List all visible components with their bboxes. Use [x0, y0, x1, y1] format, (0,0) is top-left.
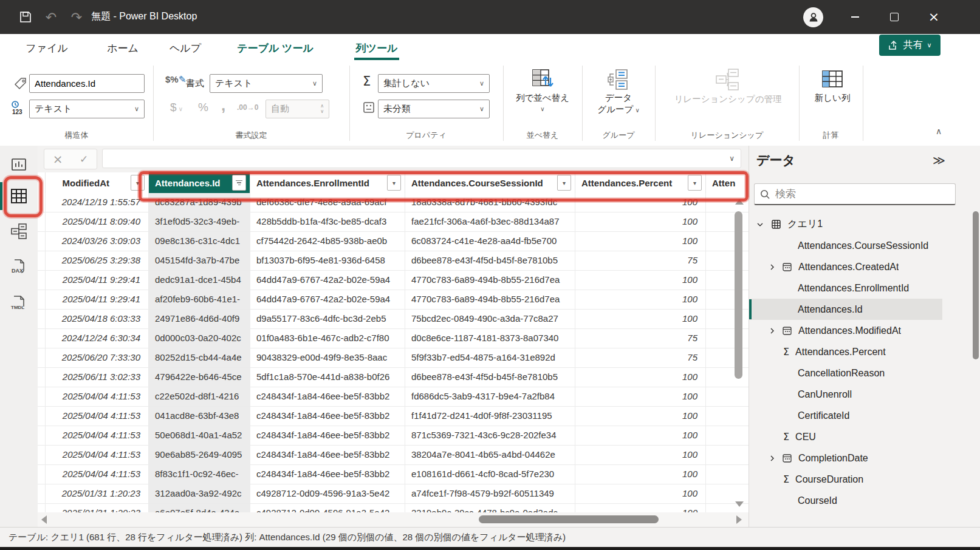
- table-cell[interactable]: c248434f-1a84-46ee-be5f-83bb2: [250, 446, 405, 464]
- table-cell[interactable]: 38204a7e-8041-4b65-a4bd-04462e: [405, 446, 575, 464]
- table-cell[interactable]: 2025/04/04 4:11:53: [46, 446, 149, 464]
- table-cell[interactable]: c248434f-1a84-46ee-be5f-83bb2: [250, 407, 405, 426]
- table-cell[interactable]: 100: [575, 290, 706, 309]
- field-item-ceu[interactable]: ΣCEU: [749, 426, 942, 447]
- table-cell[interactable]: 2024/03/26 3:09:03: [46, 232, 149, 251]
- table-cell[interactable]: 4770c783-6a89-494b-8b55-216d7ea: [405, 271, 575, 290]
- table-cell[interactable]: [38, 348, 46, 367]
- table-cell[interactable]: 80252d15-cb44-4a4e: [149, 348, 250, 367]
- field-tree-table-query1[interactable]: クエリ1: [749, 214, 973, 235]
- table-cell[interactable]: 01f0a483-6b1e-467c-adb2-c7f80: [250, 329, 405, 348]
- table-cell[interactable]: [38, 465, 46, 484]
- filter-dropdown-icon[interactable]: ▾: [688, 175, 702, 191]
- table-cell[interactable]: [38, 310, 46, 328]
- field-search-input[interactable]: 検索: [754, 183, 956, 205]
- undo-icon[interactable]: ↶: [43, 8, 60, 25]
- data-groups-button[interactable]: データ グループ ∨: [588, 67, 649, 115]
- vertical-scrollbar-thumb[interactable]: [735, 211, 742, 379]
- percent-icon[interactable]: %: [198, 101, 208, 114]
- tab-file[interactable]: ファイル: [24, 39, 69, 57]
- cancel-formula-icon[interactable]: ×: [53, 152, 63, 166]
- field-item-attendances-coursesessionid[interactable]: Attendances.CourseSessionId: [749, 235, 942, 256]
- scroll-right-arrow[interactable]: [736, 515, 742, 524]
- table-cell[interactable]: 24971e86-4d6d-40f9: [149, 310, 250, 328]
- column-header-attendances-enrollmentid[interactable]: Attendances.EnrollmentId▾: [250, 172, 405, 193]
- table-cell[interactable]: 75: [575, 329, 706, 348]
- field-item-courseduration[interactable]: ΣCourseDuration: [749, 469, 942, 490]
- table-cell[interactable]: c4928712-0d09-4596-91a3-5e42: [250, 484, 405, 503]
- tab-home[interactable]: ホーム: [100, 39, 145, 57]
- table-cell[interactable]: d9a55177-83c6-4dfc-bc3d-2eb5: [250, 310, 405, 328]
- tab-table-tools[interactable]: テーブル ツール: [228, 39, 323, 57]
- table-cell[interactable]: c248434f-1a84-46ee-be5f-83bb2: [250, 465, 405, 484]
- table-cell[interactable]: 100: [575, 446, 706, 464]
- new-column-button[interactable]: 新しい列: [805, 67, 860, 104]
- table-cell[interactable]: 2024/12/24 6:30:34: [46, 329, 149, 348]
- field-item-attendances-modifiedat[interactable]: Attendances.ModifiedAt: [749, 320, 942, 341]
- table-cell[interactable]: 4796422e-b646-45ce: [149, 368, 250, 387]
- table-cell[interactable]: 100: [575, 426, 706, 445]
- table-cell[interactable]: 100: [575, 465, 706, 484]
- table-cell[interactable]: 100: [575, 407, 706, 426]
- report-view-icon[interactable]: [9, 154, 29, 175]
- field-item-attendances-id[interactable]: Attendances.Id: [749, 299, 942, 320]
- table-cell[interactable]: 2025/06/11 3:02:33: [46, 368, 149, 387]
- chevron-expanded-icon[interactable]: [756, 221, 764, 228]
- table-cell[interactable]: 90438329-e00d-49f9-8e35-8aac: [250, 348, 405, 367]
- table-cell[interactable]: 2025/04/04 4:11:53: [46, 387, 149, 406]
- maximize-button[interactable]: [877, 0, 912, 34]
- table-cell[interactable]: f1f41d72-d241-4d0f-9f8f-23031195: [405, 407, 575, 426]
- table-cell[interactable]: [706, 387, 749, 406]
- table-cell[interactable]: [38, 446, 46, 464]
- table-cell[interactable]: 0d000c03-0a20-402c: [149, 329, 250, 348]
- table-cell[interactable]: 045154fd-3a7b-47be: [149, 251, 250, 270]
- table-cell[interactable]: 4770c783-6a89-494b-8b55-216d7ea: [405, 290, 575, 309]
- table-cell[interactable]: cf75442d-2642-4b85-938b-ae0b: [250, 232, 405, 251]
- field-item-cancellationreason[interactable]: CancellationReason: [749, 362, 942, 384]
- panel-scrollbar-thumb[interactable]: [973, 211, 979, 359]
- model-view-icon[interactable]: [9, 221, 29, 242]
- table-cell[interactable]: def6638c-dfe7-4e8e-a9aa-69acf: [250, 193, 405, 212]
- column-header-modifiedat[interactable]: ModifiedAt▾: [46, 172, 149, 193]
- table-cell[interactable]: [38, 212, 46, 231]
- field-item-attendances-createdat[interactable]: Attendances.CreatedAt: [749, 256, 942, 277]
- column-name-input[interactable]: [29, 74, 145, 93]
- field-item-certificateid[interactable]: CertificateId: [749, 405, 942, 426]
- save-icon[interactable]: [17, 8, 34, 25]
- table-cell[interactable]: 64dd47a9-6767-42a2-b02e-59a4: [250, 271, 405, 290]
- table-cell[interactable]: 2024/12/19 1:55:57: [46, 193, 149, 212]
- collapse-panel-icon[interactable]: ≫: [933, 153, 945, 168]
- table-cell[interactable]: 2025/01/31 1:20:23: [46, 484, 149, 503]
- table-cell[interactable]: 2025/04/04 4:11:53: [46, 407, 149, 426]
- scroll-up-arrow[interactable]: [735, 199, 744, 205]
- expand-formula-icon[interactable]: ∨: [729, 154, 735, 163]
- table-cell[interactable]: [38, 232, 46, 251]
- table-cell[interactable]: [38, 251, 46, 270]
- filter-dropdown-icon[interactable]: ▾: [131, 175, 145, 191]
- table-cell[interactable]: 428b5ddb-b1fa-4f3c-be85-dcaf3: [250, 212, 405, 231]
- data-category-select[interactable]: 未分類 ∨: [378, 100, 490, 118]
- table-cell[interactable]: dedc91a1-dce1-45b4: [149, 271, 250, 290]
- chevron-right-icon[interactable]: [769, 327, 776, 334]
- table-cell[interactable]: [38, 368, 46, 387]
- table-cell[interactable]: 100: [575, 212, 706, 231]
- dax-query-view-icon[interactable]: DAX: [9, 256, 29, 277]
- tab-help[interactable]: ヘルプ: [164, 39, 207, 57]
- table-cell[interactable]: 2025/04/11 9:29:41: [46, 290, 149, 309]
- table-view-icon[interactable]: [9, 186, 29, 206]
- scroll-left-arrow[interactable]: [41, 515, 47, 524]
- table-cell[interactable]: 041acd8e-63bf-43e8: [149, 407, 250, 426]
- table-cell[interactable]: 2025/06/25 3:29:38: [46, 251, 149, 270]
- commit-formula-icon[interactable]: ✓: [80, 153, 88, 165]
- table-cell[interactable]: af20feb9-60b6-41e1-: [149, 290, 250, 309]
- column-header-attendances-id[interactable]: Attendances.Id: [149, 172, 250, 193]
- table-cell[interactable]: [38, 407, 46, 426]
- table-cell[interactable]: 100: [575, 368, 706, 387]
- table-cell[interactable]: 2025/04/11 8:09:40: [46, 212, 149, 231]
- table-cell[interactable]: 6c083724-c41e-4e28-aa4d-fb5e700: [405, 232, 575, 251]
- field-item-attendances-percent[interactable]: ΣAttendances.Percent: [749, 341, 942, 362]
- table-cell[interactable]: [38, 484, 46, 503]
- table-cell[interactable]: 100: [575, 484, 706, 503]
- table-cell[interactable]: [38, 193, 46, 212]
- share-button[interactable]: 共有 ∨: [879, 35, 941, 56]
